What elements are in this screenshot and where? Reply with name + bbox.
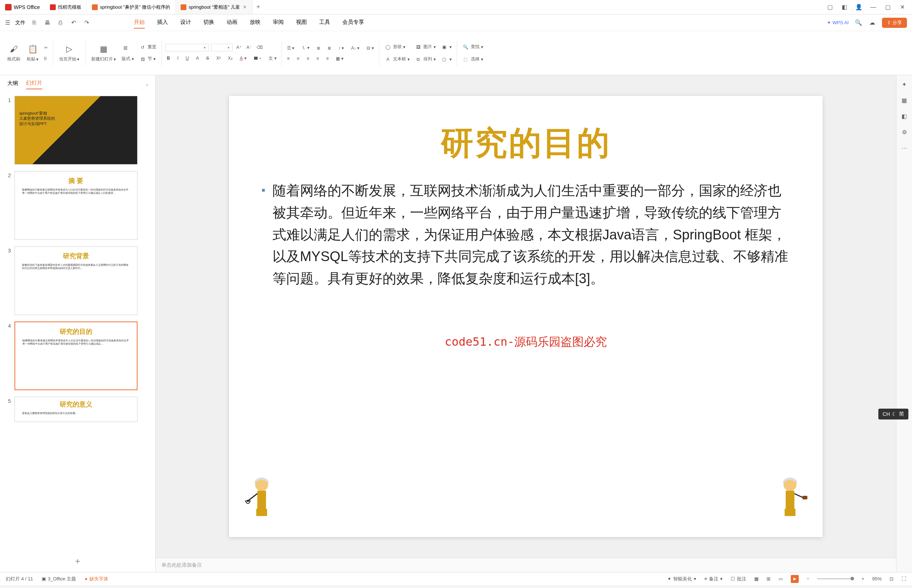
shape-dropdown[interactable]: ◯形状 ▾ [383,42,411,52]
close-icon[interactable]: ✕ [242,5,247,10]
slide-thumbnail-1[interactable]: springboot"爱相 儿童慈善管理系统的 设计与实现PPT [15,96,138,165]
slides-tab[interactable]: 幻灯片 [26,79,42,89]
wen-button[interactable]: 文 ▾ [267,54,278,63]
section-dropdown[interactable]: ▤节 ▾ [138,54,158,64]
copy-button[interactable]: ⎘ [43,55,49,62]
fit-button[interactable]: ⊡ [889,576,894,582]
doc-tab-aixianglian[interactable]: springboot "爱相连" 儿童 ✕ [175,0,253,14]
zoom-out-button[interactable]: − [807,576,810,582]
zoom-slider[interactable] [817,578,854,579]
align-text-button[interactable]: ⊟ ▾ [365,44,375,52]
slide-thumbnail-3[interactable]: 研究背景 随着科技的飞速发展使我国对技术人才的重视我国经济快速发展步入互联网时代… [15,246,138,315]
slideshow-button[interactable]: ▶ [791,575,799,583]
slide-title[interactable]: 研究的目的 [229,96,823,165]
slide-canvas[interactable]: 研究的目的 ■ 随着网络的不断发展，互联网技术渐渐成为人们生活中重要的一部分，国… [156,75,896,557]
outline-tab[interactable]: 大纲 [7,80,18,89]
redo-icon[interactable]: ↷ [83,19,91,27]
tab-design[interactable]: 设计 [180,17,191,29]
align-center-button[interactable]: ≡ [295,55,301,62]
doc-tab-template[interactable]: 找稻壳模板 [45,0,87,14]
highlight-button[interactable]: ⯀ ▾ [252,54,263,63]
template-sidebar-icon[interactable]: ▦ [901,96,909,104]
animation-sidebar-icon[interactable]: ⚙ [901,128,909,136]
maximize-icon[interactable]: ▢ [884,4,891,10]
view-normal-icon[interactable]: ▦ [754,576,758,582]
bullet-list-button[interactable]: ☰ ▾ [285,44,296,52]
tab-animation[interactable]: 动画 [227,17,237,29]
more-sidebar-icon[interactable]: ⋯ [901,144,909,152]
new-tab-button[interactable]: + [253,3,264,11]
decrease-font-button[interactable]: A⁻ [245,44,253,51]
cut-button[interactable]: ✂ [43,44,49,51]
print-icon[interactable]: ⎙ [57,19,65,27]
tab-start[interactable]: 开始 [134,17,145,29]
font-color-button[interactable]: A ▾ [238,54,248,63]
hamburger-icon[interactable]: ☰ [5,19,10,26]
new-slide-button[interactable]: ▦ 新建幻灯片 ▾ [89,42,118,64]
find-dropdown[interactable]: 🔍查找 ▾ [461,42,484,52]
theme-info[interactable]: ▣ 3_Office 主题 [42,576,76,582]
tab-member[interactable]: 会员专享 [342,17,364,29]
reset-button[interactable]: ↺重置 [138,43,158,52]
slide-content[interactable]: 研究的目的 ■ 随着网络的不断发展，互联网技术渐渐成为人们生活中重要的一部分，国… [229,96,823,537]
align-left-button[interactable]: ≡ [285,55,291,62]
tab-tools[interactable]: 工具 [319,17,330,29]
line-spacing-button[interactable]: ↕ ▾ [337,44,345,52]
slide-thumbnail-5[interactable]: 研究的意义 爱相连儿童慈善管理系统的研制开发不仅意味着… [15,397,138,422]
tabs-overview-icon[interactable]: ▢ [826,4,833,10]
comments-toggle[interactable]: ☐ 批注 [731,576,746,582]
layout-button[interactable]: ▥ [120,43,135,52]
strikethrough-button[interactable]: A [195,54,201,63]
doc-tab-bihulling[interactable]: springboot "鼻护灵" 微信小程序的 [87,0,175,14]
indent-decrease-button[interactable]: ≣ [315,44,322,52]
align-justify-button[interactable]: ≡ [315,55,320,62]
increase-font-button[interactable]: A⁺ [235,44,243,51]
clear-format-button[interactable]: ⌫ [255,44,264,51]
zoom-level[interactable]: 95% [872,576,881,582]
beautify-button[interactable]: ✦ 智能美化 ▾ [667,576,696,582]
format-brush-button[interactable]: 🖌 格式刷 [5,42,23,64]
collapse-panel-icon[interactable]: ‹ [146,81,148,87]
font-family-select[interactable]: ▾ [165,44,209,51]
strike-button[interactable]: S [205,54,211,63]
subscript-button[interactable]: X₂ [227,54,234,63]
bold-button[interactable]: B [165,54,172,63]
zoom-in-button[interactable]: + [861,576,864,582]
view-reading-icon[interactable]: ▭ [778,576,783,582]
textbox-dropdown[interactable]: A文本框 ▾ [383,55,411,64]
arrange-dropdown[interactable]: ⧉排列 ▾ [413,55,437,64]
save-icon[interactable]: 🖶 [44,19,52,27]
wps-ai-button[interactable]: ✦ WPS AI [827,20,849,25]
file-menu[interactable]: 文件 [15,19,25,26]
align-right-button[interactable]: ≡ [305,55,311,62]
notes-bar[interactable]: 单击此处添加备注 [156,557,896,572]
ai-sidebar-icon[interactable]: ✦ [901,80,909,88]
cloud-icon[interactable]: ☁ [868,19,876,27]
close-window-icon[interactable]: ✕ [899,4,906,10]
design-sidebar-icon[interactable]: ◧ [901,112,909,120]
numbered-list-button[interactable]: ⒈ ▾ [300,44,311,52]
outline-dropdown[interactable]: ▢ ▾ [439,55,453,64]
fill-dropdown[interactable]: ▣ ▾ [439,42,453,52]
paste-button[interactable]: 📋 粘贴 ▾ [24,42,40,64]
layout-dropdown[interactable]: 版式 ▾ [120,55,135,63]
slide-thumbnail-2[interactable]: 摘 要 随着网络的不断发展互联网技术渐渐成为人们生活中重要的一部分国家的经济也被… [15,171,138,240]
tab-transition[interactable]: 切换 [203,17,214,29]
image-dropdown[interactable]: 🖼图片 ▾ [413,42,437,52]
notes-toggle[interactable]: ≡ 备注 ▾ [704,576,723,582]
indent-increase-button[interactable]: ≣ [326,44,332,52]
superscript-button[interactable]: X² [215,54,222,63]
tab-review[interactable]: 审阅 [273,17,284,29]
current-start-button[interactable]: ▷ 当页开始 ▾ [57,42,81,64]
underline-button[interactable]: U [184,54,190,63]
tab-view[interactable]: 视图 [296,17,307,29]
fullscreen-button[interactable]: ⛶ [902,576,906,582]
columns-button[interactable]: ▦ ▾ [334,55,345,62]
distribute-button[interactable]: ≡ [325,55,330,62]
avatar-icon[interactable]: 👤 [855,4,862,10]
share-button[interactable]: ⇪ 分享 [882,18,907,28]
add-slide-button[interactable]: + [0,551,155,572]
minimize-icon[interactable]: — [870,4,876,10]
font-size-select[interactable]: ▾ [211,44,233,51]
slide-body[interactable]: ■ 随着网络的不断发展，互联网技术渐渐成为人们生活中重要的一部分，国家的经济也被… [229,165,823,290]
